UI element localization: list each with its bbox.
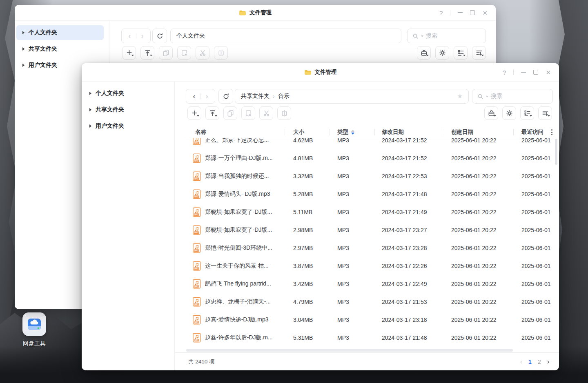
refresh-icon	[222, 93, 230, 100]
table-row[interactable]: MP3 郑源-一万个理由-DJ版.m... 4.81MB MP3 2024-03…	[184, 149, 554, 167]
maximize-icon	[533, 70, 538, 75]
search-input[interactable]: 搜索	[407, 29, 486, 43]
file-type: MP3	[337, 275, 349, 293]
sidebar-folder-item[interactable]: 共享文件夹	[83, 102, 169, 117]
search-icon	[412, 33, 419, 39]
table-row[interactable]: MP3 郑源-爱情码头- DJ版.mp3 5.28MB MP3 2024-03-…	[184, 185, 554, 203]
sort-button[interactable]	[472, 46, 486, 60]
copy-button[interactable]	[223, 106, 237, 120]
toolbox-button[interactable]	[484, 106, 498, 120]
table-row[interactable]: MP3 鹧鸪飞 The flying partrid... 3.42MB MP3…	[184, 275, 554, 293]
breadcrumb-music[interactable]: 音乐	[278, 93, 290, 100]
expand-caret-icon[interactable]	[22, 31, 24, 34]
table-row[interactable]: MP3 赵忠祥、龙梅子-泪满天-... 4.79MB MP3 2024-03-1…	[184, 293, 554, 311]
cloud-drive-icon[interactable]	[22, 312, 46, 336]
breadcrumb[interactable]: 共享文件夹 › 音乐 ★	[235, 89, 469, 104]
help-button[interactable]: ?	[503, 69, 506, 75]
search-options-caret-icon[interactable]	[486, 96, 488, 99]
forward-button[interactable]: ›	[136, 29, 149, 43]
back-button[interactable]: ‹	[124, 29, 136, 43]
table-row[interactable]: MP3 郑晓填-如果寂寞了-DJ版... 2.98MB MP3 2024-03-…	[184, 221, 554, 239]
help-button[interactable]: ?	[439, 10, 443, 16]
table-row[interactable]: MP3 郑恺-时光倒回-3D环绕中... 2.97MB MP3 2024-03-…	[184, 239, 554, 257]
maximize-button[interactable]	[470, 10, 475, 15]
column-header-modified[interactable]: 修改日期	[382, 126, 404, 138]
table-row[interactable]: MP3 正么、郑京-下定决心忘... 4.62MB MP3 2024-03-17…	[184, 138, 554, 149]
page-1-button[interactable]: 1	[528, 359, 532, 365]
paste-button[interactable]	[177, 46, 191, 60]
page-2-button[interactable]: 2	[538, 359, 541, 365]
favorite-star-icon[interactable]: ★	[457, 93, 463, 100]
column-header-accessed[interactable]: 最近访问	[521, 126, 543, 138]
file-type: MP3	[337, 293, 349, 311]
scissors-icon	[199, 49, 207, 57]
settings-button[interactable]	[435, 46, 449, 60]
sidebar-folder-item[interactable]: 个人文件夹	[83, 86, 169, 101]
table-row[interactable]: MP3 郑晓填-如果寂寞了-DJ版... 5.11MB MP3 2024-03-…	[184, 203, 554, 221]
expand-caret-icon[interactable]	[22, 64, 24, 67]
horizontal-scrollbar[interactable]	[186, 349, 513, 352]
maximize-button[interactable]	[533, 70, 538, 75]
expand-caret-icon[interactable]	[89, 124, 91, 128]
file-created-date: 2025-06-01 20:22	[451, 329, 497, 347]
table-row[interactable]: MP3 赵鑫-许多年以后-DJ版.m... 5.31MB MP3 2024-03…	[184, 329, 554, 347]
view-mode-button[interactable]	[454, 46, 468, 60]
breadcrumb-shared-folder[interactable]: 共享文件夹	[241, 93, 270, 100]
column-header-type[interactable]: 类型	[337, 126, 354, 138]
column-options-kebab-icon[interactable]	[550, 128, 553, 136]
paste-icon	[180, 49, 188, 57]
sort-button[interactable]	[538, 106, 552, 120]
forward-button[interactable]: ›	[201, 89, 213, 103]
new-button[interactable]	[122, 46, 136, 60]
next-page-button[interactable]: ›	[547, 358, 549, 365]
sort-arrows-icon[interactable]	[351, 128, 354, 136]
cut-button[interactable]	[259, 106, 273, 120]
cut-button[interactable]	[196, 46, 209, 60]
table-row[interactable]: MP3 郑源-当我孤独的时候还... 3.32MB MP3 2024-03-17…	[184, 167, 554, 185]
close-button[interactable]: ✕	[546, 69, 551, 75]
prev-page-button[interactable]: ‹	[520, 358, 522, 365]
sidebar-folder-item[interactable]: 个人文件夹	[16, 25, 104, 40]
clipboard-button[interactable]	[277, 106, 291, 120]
file-accessed-date: 2025-06-01	[521, 293, 554, 311]
copy-icon	[162, 49, 170, 57]
paste-button[interactable]	[241, 106, 255, 120]
file-size: 5.28MB	[293, 185, 313, 203]
copy-button[interactable]	[159, 46, 173, 60]
path-input[interactable]: 个人文件夹	[170, 29, 401, 43]
titlebar[interactable]: 文件管理 ? ✕	[82, 63, 559, 82]
svg-text:MP3: MP3	[194, 142, 198, 144]
minimize-button[interactable]	[521, 72, 526, 73]
upload-button[interactable]	[205, 106, 219, 120]
refresh-button[interactable]	[152, 29, 167, 43]
search-input[interactable]: 搜索	[472, 89, 553, 104]
column-header-name[interactable]: 名称	[195, 126, 206, 138]
sidebar-folder-item[interactable]: 用户文件夹	[83, 119, 169, 133]
back-button[interactable]: ‹	[188, 89, 200, 103]
minimize-button[interactable]	[458, 12, 463, 13]
new-button[interactable]	[187, 106, 201, 120]
upload-button[interactable]	[140, 46, 154, 60]
column-header-created[interactable]: 创建日期	[451, 126, 473, 138]
table-row[interactable]: MP3 赵真-爱情快递-DJ版.mp3 3.04MB MP3 2024-03-1…	[184, 311, 554, 329]
refresh-button[interactable]	[218, 89, 233, 104]
file-modified-date: 2024-03-17 21:48	[382, 185, 427, 203]
clipboard-icon	[217, 49, 225, 57]
close-button[interactable]: ✕	[482, 10, 488, 16]
expand-caret-icon[interactable]	[22, 47, 24, 51]
column-header-size[interactable]: 大小	[293, 126, 304, 138]
file-name: 正么、郑京-下定决心忘...	[205, 138, 283, 149]
file-accessed-date: 2025-06-01	[521, 221, 554, 239]
expand-caret-icon[interactable]	[89, 92, 91, 95]
titlebar[interactable]: 文件管理 ? ✕	[15, 5, 496, 21]
view-mode-button[interactable]	[520, 106, 534, 120]
settings-button[interactable]	[502, 106, 516, 120]
sidebar-folder-item[interactable]: 共享文件夹	[16, 42, 104, 56]
clipboard-button[interactable]	[214, 46, 228, 60]
expand-caret-icon[interactable]	[89, 108, 91, 111]
toolbox-button[interactable]	[417, 46, 431, 60]
search-options-caret-icon[interactable]	[421, 35, 423, 38]
desktop-shortcut-cloud-drive[interactable]: 网盘工具	[18, 312, 51, 348]
table-row[interactable]: MP3 这一生关于你的风景 枯... 3.87MB MP3 2024-03-17…	[184, 257, 554, 275]
vertical-scrollbar[interactable]	[555, 139, 557, 165]
